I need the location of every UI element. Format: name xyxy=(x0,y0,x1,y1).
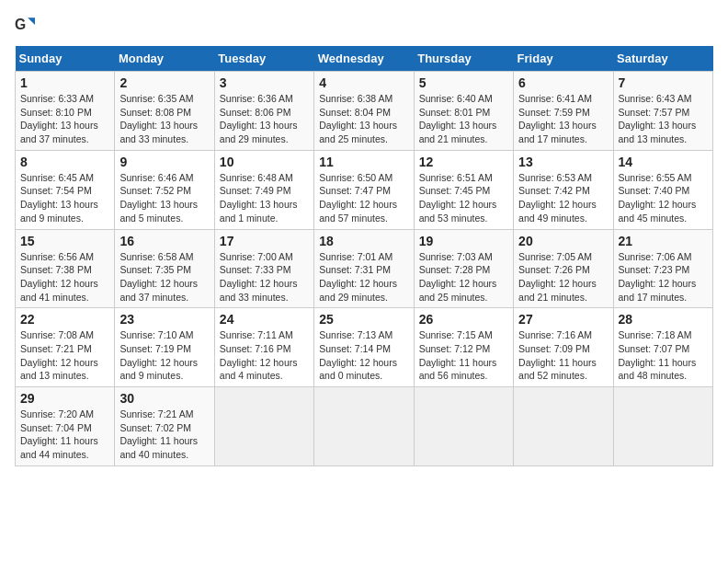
column-header-thursday: Thursday xyxy=(414,46,513,72)
calendar-week-2: 8Sunrise: 6:45 AM Sunset: 7:54 PM Daylig… xyxy=(16,150,713,229)
day-number: 13 xyxy=(518,155,608,169)
calendar-cell: 20Sunrise: 7:05 AM Sunset: 7:26 PM Dayli… xyxy=(514,229,613,308)
day-detail: Sunrise: 7:03 AM Sunset: 7:28 PM Dayligh… xyxy=(419,250,508,304)
calendar-cell: 5Sunrise: 6:40 AM Sunset: 8:01 PM Daylig… xyxy=(414,72,513,151)
calendar-week-5: 29Sunrise: 7:20 AM Sunset: 7:04 PM Dayli… xyxy=(16,387,713,466)
calendar-cell: 11Sunrise: 6:50 AM Sunset: 7:47 PM Dayli… xyxy=(314,150,414,229)
calendar-cell: 7Sunrise: 6:43 AM Sunset: 7:57 PM Daylig… xyxy=(613,72,712,151)
calendar-cell: 23Sunrise: 7:10 AM Sunset: 7:19 PM Dayli… xyxy=(115,308,214,387)
column-header-friday: Friday xyxy=(514,46,613,72)
calendar-cell xyxy=(214,387,313,466)
calendar-cell: 16Sunrise: 6:58 AM Sunset: 7:35 PM Dayli… xyxy=(115,229,214,308)
day-detail: Sunrise: 6:38 AM Sunset: 8:04 PM Dayligh… xyxy=(319,92,408,146)
day-number: 30 xyxy=(119,391,209,406)
day-number: 6 xyxy=(518,75,608,90)
header: G xyxy=(15,15,713,35)
calendar-cell: 28Sunrise: 7:18 AM Sunset: 7:07 PM Dayli… xyxy=(613,308,712,387)
day-detail: Sunrise: 7:16 AM Sunset: 7:09 PM Dayligh… xyxy=(518,328,608,383)
day-detail: Sunrise: 7:10 AM Sunset: 7:19 PM Dayligh… xyxy=(119,328,209,383)
day-detail: Sunrise: 7:06 AM Sunset: 7:23 PM Dayligh… xyxy=(619,250,708,304)
day-number: 17 xyxy=(220,234,309,248)
day-detail: Sunrise: 7:13 AM Sunset: 7:14 PM Dayligh… xyxy=(319,328,408,383)
day-detail: Sunrise: 7:08 AM Sunset: 7:21 PM Dayligh… xyxy=(20,328,109,383)
day-number: 28 xyxy=(619,312,708,327)
calendar-cell: 24Sunrise: 7:11 AM Sunset: 7:16 PM Dayli… xyxy=(214,308,313,387)
day-number: 29 xyxy=(20,391,109,406)
day-detail: Sunrise: 7:05 AM Sunset: 7:26 PM Dayligh… xyxy=(518,250,608,304)
calendar-cell: 4Sunrise: 6:38 AM Sunset: 8:04 PM Daylig… xyxy=(314,72,414,151)
day-number: 3 xyxy=(220,75,309,90)
calendar-cell: 2Sunrise: 6:35 AM Sunset: 8:08 PM Daylig… xyxy=(115,72,214,151)
calendar-cell: 13Sunrise: 6:53 AM Sunset: 7:42 PM Dayli… xyxy=(514,150,613,229)
day-detail: Sunrise: 6:56 AM Sunset: 7:38 PM Dayligh… xyxy=(20,250,109,304)
day-number: 10 xyxy=(220,155,309,169)
day-number: 4 xyxy=(319,75,408,90)
day-detail: Sunrise: 6:36 AM Sunset: 8:06 PM Dayligh… xyxy=(220,92,309,146)
day-number: 2 xyxy=(119,75,209,90)
day-detail: Sunrise: 6:41 AM Sunset: 7:59 PM Dayligh… xyxy=(518,92,608,146)
column-header-sunday: Sunday xyxy=(16,46,115,72)
logo-icon: G xyxy=(15,15,35,35)
day-detail: Sunrise: 6:43 AM Sunset: 7:57 PM Dayligh… xyxy=(619,92,708,146)
calendar-cell: 29Sunrise: 7:20 AM Sunset: 7:04 PM Dayli… xyxy=(16,387,115,466)
calendar-cell: 18Sunrise: 7:01 AM Sunset: 7:31 PM Dayli… xyxy=(314,229,414,308)
calendar-cell: 19Sunrise: 7:03 AM Sunset: 7:28 PM Dayli… xyxy=(414,229,513,308)
day-detail: Sunrise: 6:53 AM Sunset: 7:42 PM Dayligh… xyxy=(518,171,608,225)
calendar-table: SundayMondayTuesdayWednesdayThursdayFrid… xyxy=(15,46,713,466)
day-number: 18 xyxy=(319,234,408,248)
calendar-week-4: 22Sunrise: 7:08 AM Sunset: 7:21 PM Dayli… xyxy=(16,308,713,387)
calendar-cell: 21Sunrise: 7:06 AM Sunset: 7:23 PM Dayli… xyxy=(613,229,712,308)
day-number: 16 xyxy=(119,234,209,248)
day-detail: Sunrise: 7:15 AM Sunset: 7:12 PM Dayligh… xyxy=(419,328,508,383)
day-number: 23 xyxy=(119,312,209,327)
calendar-cell: 1Sunrise: 6:33 AM Sunset: 8:10 PM Daylig… xyxy=(16,72,115,151)
calendar-week-1: 1Sunrise: 6:33 AM Sunset: 8:10 PM Daylig… xyxy=(16,72,713,151)
day-detail: Sunrise: 7:11 AM Sunset: 7:16 PM Dayligh… xyxy=(220,328,309,383)
day-number: 8 xyxy=(20,155,109,169)
calendar-cell: 26Sunrise: 7:15 AM Sunset: 7:12 PM Dayli… xyxy=(414,308,513,387)
calendar-cell: 17Sunrise: 7:00 AM Sunset: 7:33 PM Dayli… xyxy=(214,229,313,308)
calendar-cell: 9Sunrise: 6:46 AM Sunset: 7:52 PM Daylig… xyxy=(115,150,214,229)
calendar-header-row: SundayMondayTuesdayWednesdayThursdayFrid… xyxy=(16,46,713,72)
calendar-cell xyxy=(613,387,712,466)
day-number: 15 xyxy=(20,234,109,248)
day-detail: Sunrise: 7:21 AM Sunset: 7:02 PM Dayligh… xyxy=(119,408,209,462)
day-number: 24 xyxy=(220,312,309,327)
day-number: 11 xyxy=(319,155,408,169)
day-detail: Sunrise: 7:00 AM Sunset: 7:33 PM Dayligh… xyxy=(220,250,309,304)
calendar-cell xyxy=(314,387,414,466)
day-detail: Sunrise: 6:40 AM Sunset: 8:01 PM Dayligh… xyxy=(419,92,508,146)
calendar-cell xyxy=(414,387,513,466)
calendar-cell xyxy=(514,387,613,466)
day-number: 5 xyxy=(419,75,508,90)
day-number: 21 xyxy=(619,234,708,248)
column-header-wednesday: Wednesday xyxy=(314,46,414,72)
day-detail: Sunrise: 6:55 AM Sunset: 7:40 PM Dayligh… xyxy=(619,171,708,225)
column-header-saturday: Saturday xyxy=(613,46,712,72)
column-header-tuesday: Tuesday xyxy=(214,46,313,72)
day-number: 1 xyxy=(20,75,109,90)
day-number: 7 xyxy=(619,75,708,90)
day-detail: Sunrise: 6:45 AM Sunset: 7:54 PM Dayligh… xyxy=(20,171,109,225)
calendar-cell: 25Sunrise: 7:13 AM Sunset: 7:14 PM Dayli… xyxy=(314,308,414,387)
calendar-cell: 14Sunrise: 6:55 AM Sunset: 7:40 PM Dayli… xyxy=(613,150,712,229)
day-detail: Sunrise: 6:48 AM Sunset: 7:49 PM Dayligh… xyxy=(220,171,309,225)
calendar-cell: 10Sunrise: 6:48 AM Sunset: 7:49 PM Dayli… xyxy=(214,150,313,229)
calendar-cell: 22Sunrise: 7:08 AM Sunset: 7:21 PM Dayli… xyxy=(16,308,115,387)
calendar-cell: 3Sunrise: 6:36 AM Sunset: 8:06 PM Daylig… xyxy=(214,72,313,151)
day-number: 14 xyxy=(619,155,708,169)
day-detail: Sunrise: 6:35 AM Sunset: 8:08 PM Dayligh… xyxy=(119,92,209,146)
day-detail: Sunrise: 7:18 AM Sunset: 7:07 PM Dayligh… xyxy=(619,328,708,383)
day-number: 9 xyxy=(119,155,209,169)
calendar-cell: 6Sunrise: 6:41 AM Sunset: 7:59 PM Daylig… xyxy=(514,72,613,151)
day-number: 26 xyxy=(419,312,508,327)
day-detail: Sunrise: 6:33 AM Sunset: 8:10 PM Dayligh… xyxy=(20,92,109,146)
day-number: 22 xyxy=(20,312,109,327)
day-number: 12 xyxy=(419,155,508,169)
day-detail: Sunrise: 6:58 AM Sunset: 7:35 PM Dayligh… xyxy=(119,250,209,304)
svg-marker-1 xyxy=(28,17,35,25)
day-detail: Sunrise: 6:51 AM Sunset: 7:45 PM Dayligh… xyxy=(419,171,508,225)
day-detail: Sunrise: 7:01 AM Sunset: 7:31 PM Dayligh… xyxy=(319,250,408,304)
day-detail: Sunrise: 6:46 AM Sunset: 7:52 PM Dayligh… xyxy=(119,171,209,225)
calendar-cell: 27Sunrise: 7:16 AM Sunset: 7:09 PM Dayli… xyxy=(514,308,613,387)
